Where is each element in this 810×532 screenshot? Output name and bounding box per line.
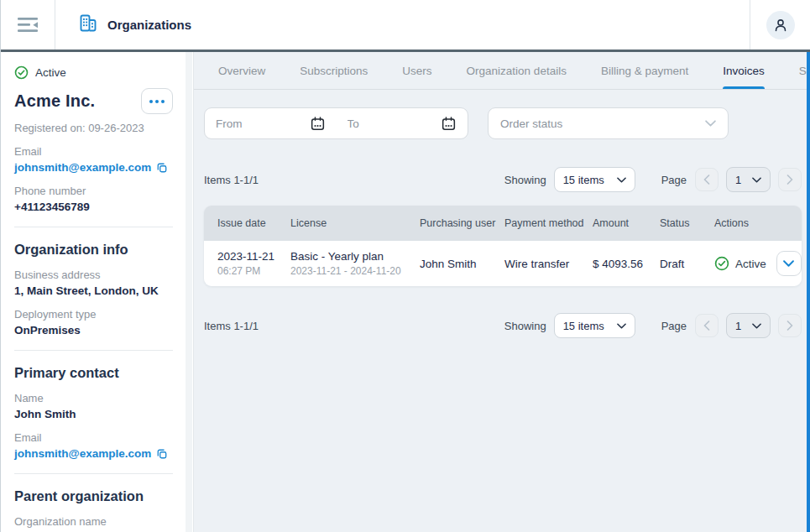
cell-payment-method: Wire transfer <box>504 258 593 270</box>
page-title: Organizations <box>107 18 191 32</box>
order-status-select[interactable]: Order status <box>488 107 729 139</box>
user-icon <box>771 16 790 34</box>
chevron-down-icon <box>752 177 761 183</box>
tab-overview[interactable]: Overview <box>218 52 265 89</box>
chevron-down-icon <box>783 260 794 267</box>
menu-zone <box>1 0 55 50</box>
cell-issue-date: 2023-11-21 06:27 PM <box>217 250 290 277</box>
top-header: Organizations <box>1 0 810 52</box>
collapse-menu-icon[interactable] <box>13 13 42 38</box>
col-amount: Amount <box>593 217 660 229</box>
cell-license: Basic - Yearly plan 2023-11-21 - 2024-11… <box>290 250 420 277</box>
pagination-top: Items 1-1/1 Showing 15 items Page <box>204 167 802 192</box>
table-header: Issue date License Purchasing user Payme… <box>204 206 802 241</box>
title-zone: Organizations <box>55 0 750 50</box>
filter-row: Order status <box>204 107 802 139</box>
registered-date: Registered on: 09-26-2023 <box>14 122 173 134</box>
col-status: Status <box>660 217 714 229</box>
date-to-field[interactable] <box>337 108 468 138</box>
page-number-value: 1 <box>735 174 741 186</box>
avatar-zone <box>750 0 810 50</box>
chevron-down-icon <box>705 120 716 127</box>
page-number-select[interactable]: 1 <box>726 313 771 338</box>
deployment-type-value: OnPremises <box>14 324 173 336</box>
ellipsis-icon <box>149 100 153 103</box>
tab-organization-details[interactable]: Organization details <box>467 52 567 89</box>
check-circle-icon <box>14 65 29 80</box>
primary-contact-heading: Primary contact <box>14 365 173 381</box>
tab-subscriptions[interactable]: Subscriptions <box>300 52 368 89</box>
divider <box>14 473 173 474</box>
invoices-table: Issue date License Purchasing user Payme… <box>204 206 802 286</box>
showing-label: Showing <box>504 320 546 332</box>
col-license: License <box>290 217 420 229</box>
page-size-value: 15 items <box>563 174 604 186</box>
tab-billing-payment[interactable]: Billing & payment <box>601 52 688 89</box>
table-row[interactable]: 2023-11-21 06:27 PM Basic - Yearly plan … <box>204 241 802 286</box>
cell-amount: $ 4093.56 <box>593 258 660 270</box>
page-size-value: 15 items <box>563 320 604 332</box>
org-status: Active <box>14 65 173 80</box>
items-count: Items 1-1/1 <box>204 174 259 186</box>
org-info-heading: Organization info <box>14 242 173 258</box>
app-window: Organizations Active Acme Inc. <box>0 0 810 532</box>
user-avatar-button[interactable] <box>766 11 795 39</box>
next-page-button[interactable] <box>778 168 802 191</box>
prev-page-button[interactable] <box>695 168 719 191</box>
tab-users[interactable]: Users <box>402 52 431 89</box>
col-payment-method: Payment method <box>504 217 593 229</box>
business-address-value: 1, Main Street, London, UK <box>14 284 173 297</box>
order-status-placeholder: Order status <box>500 117 562 130</box>
more-actions-button[interactable] <box>141 88 173 114</box>
contact-name-label: Name <box>14 392 173 404</box>
page-size-select[interactable]: 15 items <box>554 167 635 192</box>
contact-name-value: John Smith <box>14 408 173 420</box>
action-status-label: Active <box>735 258 766 270</box>
contact-email-link[interactable]: johnsmith@example.com <box>14 447 151 460</box>
col-purchasing-user: Purchasing user <box>420 217 504 229</box>
contact-email-label: Email <box>14 431 173 444</box>
page-label: Page <box>661 174 687 186</box>
chevron-down-icon <box>617 177 626 183</box>
col-issue-date: Issue date <box>217 217 290 229</box>
parent-org-label: Organization name <box>14 515 173 528</box>
org-name: Acme Inc. <box>14 91 95 111</box>
date-from-input[interactable] <box>216 117 274 130</box>
email-link[interactable]: johnsmith@example.com <box>14 161 151 174</box>
calendar-icon[interactable] <box>310 116 326 132</box>
tab-bar: Overview Subscriptions Users Organizatio… <box>194 52 810 90</box>
buildings-icon <box>77 13 99 38</box>
cell-actions: Active <box>714 251 802 276</box>
cell-status: Draft <box>660 258 714 270</box>
phone-value: +41123456789 <box>14 201 173 213</box>
parent-org-heading: Parent organization <box>14 488 173 504</box>
copy-icon[interactable] <box>156 162 168 174</box>
next-page-button[interactable] <box>778 314 802 337</box>
vertical-scrollbar[interactable] <box>807 52 810 532</box>
chevron-down-icon <box>752 323 761 329</box>
items-count: Items 1-1/1 <box>204 320 259 332</box>
showing-label: Showing <box>504 174 546 186</box>
calendar-icon[interactable] <box>441 116 457 132</box>
date-from-field[interactable] <box>205 108 337 138</box>
chevron-left-icon <box>703 321 710 331</box>
status-label: Active <box>35 66 66 79</box>
page-label: Page <box>661 320 687 332</box>
email-label: Email <box>14 145 173 158</box>
organization-sidebar: Active Acme Inc. Registered on: 09-26-20… <box>1 52 194 532</box>
page-size-select[interactable]: 15 items <box>554 313 635 338</box>
chevron-left-icon <box>703 175 710 185</box>
main-content: Overview Subscriptions Users Organizatio… <box>194 52 810 532</box>
prev-page-button[interactable] <box>695 314 719 337</box>
row-actions-dropdown-button[interactable] <box>776 251 802 276</box>
col-actions: Actions <box>714 217 802 229</box>
date-to-input[interactable] <box>348 117 406 130</box>
tab-invoices[interactable]: Invoices <box>723 52 765 89</box>
date-range-filter <box>204 107 468 139</box>
page-number-select[interactable]: 1 <box>726 167 771 192</box>
business-address-label: Business address <box>14 269 173 281</box>
chevron-right-icon <box>786 321 793 331</box>
copy-icon[interactable] <box>156 448 168 460</box>
check-circle-icon <box>714 256 729 271</box>
page-number-value: 1 <box>735 320 741 332</box>
